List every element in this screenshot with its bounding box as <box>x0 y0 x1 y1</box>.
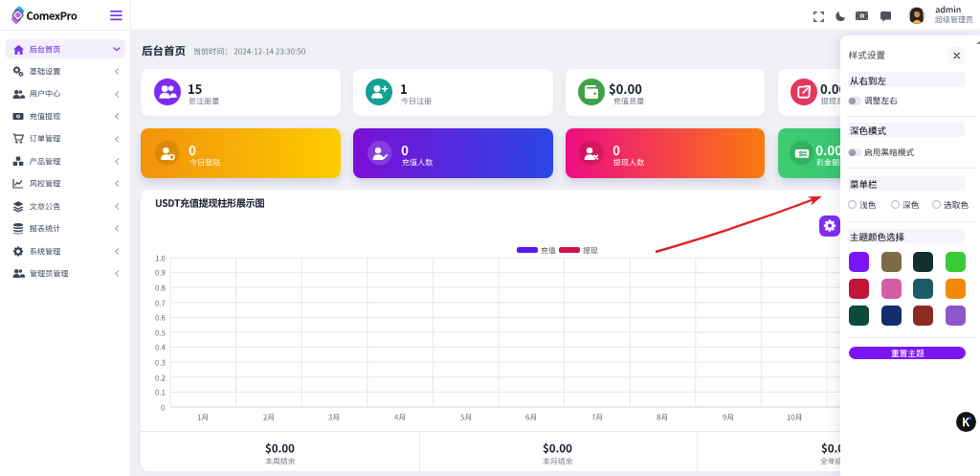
svg-text:0: 0 <box>860 12 863 18</box>
svg-text:$: $ <box>798 150 802 158</box>
